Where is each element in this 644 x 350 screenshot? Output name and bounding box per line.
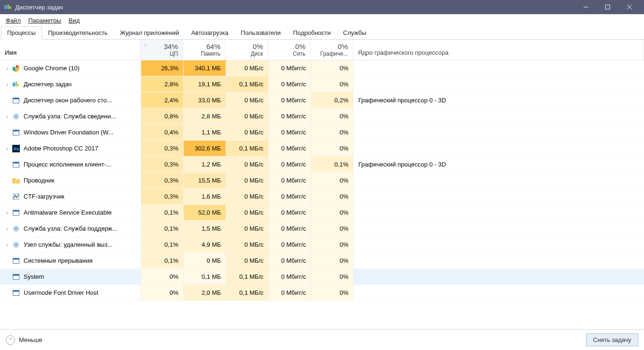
process-name: System (24, 273, 44, 280)
process-name: Antimalware Service Executable (24, 209, 111, 216)
cell-disk: 0 МБ/с (226, 173, 268, 188)
table-row[interactable]: ›Служба узла: Служба поддерж...0,1%1,5 М… (0, 221, 644, 237)
table-body[interactable]: ›Google Chrome (10)26,3%340,1 МБ0 МБ/с0 … (0, 60, 644, 324)
minimize-button[interactable] (575, 0, 597, 14)
fewer-details-label: Меньше (19, 336, 42, 343)
cell-mem: 1,5 МБ (183, 221, 226, 236)
taskmgr-icon (12, 81, 20, 88)
mem-total-pct: 64% (206, 42, 220, 50)
table-row[interactable]: CTF-загрузчик0,3%1,6 МБ0 МБ/с0 Мбит/с0% (0, 189, 644, 205)
svg-point-30 (15, 244, 17, 246)
cell-mem: 4,9 МБ (183, 237, 226, 252)
cell-disk: 0 МБ/с (226, 205, 268, 220)
expand-icon[interactable]: › (4, 210, 10, 216)
cell-net: 0 Мбит/с (268, 108, 311, 124)
table-row[interactable]: System0%0,1 МБ0,1 МБ/с0 Мбит/с0% (0, 269, 644, 285)
cell-mem: 2,0 МБ (183, 285, 226, 300)
cell-cpu: 2,4% (141, 92, 183, 108)
cell-gpu-engine (353, 108, 644, 124)
cell-cpu: 0,3% (141, 173, 183, 188)
table-row[interactable]: ›Диспетчер задач2,8%19,1 МБ0,1 МБ/с0 Мби… (0, 76, 644, 92)
column-memory[interactable]: 64% Память (183, 40, 226, 60)
table-row[interactable]: ›Узел службы: удаленный выз...0,1%4,9 МБ… (0, 237, 644, 253)
tab-details[interactable]: Подробности (287, 26, 337, 40)
cell-gpu: 0% (311, 125, 353, 140)
tab-startup[interactable]: Автозагрузка (185, 26, 235, 40)
cell-cpu: 0,3% (141, 141, 183, 156)
svg-rect-12 (16, 82, 17, 86)
expand-icon[interactable]: › (4, 66, 10, 71)
close-button[interactable] (619, 0, 640, 14)
cell-name: CTF-загрузчик (0, 189, 141, 204)
table-row[interactable]: Диспетчер окон рабочего сто...2,4%33,0 М… (0, 92, 644, 108)
tab-performance[interactable]: Производительность (42, 26, 114, 40)
table-row[interactable]: Процесс исполнения клиент-...0,3%1,2 МБ0… (0, 157, 644, 173)
menu-options[interactable]: Параметры (25, 16, 65, 25)
cell-disk: 0 МБ/с (226, 92, 268, 108)
expand-icon[interactable]: › (4, 242, 10, 248)
column-name[interactable]: Имя (0, 40, 141, 60)
cell-disk: 0 МБ/с (226, 221, 268, 236)
cell-mem: 1,6 МБ (183, 189, 226, 204)
cell-disk: 0,1 МБ/с (226, 76, 268, 92)
cell-name: Процесс исполнения клиент-... (0, 157, 141, 172)
titlebar[interactable]: Диспетчер задач (0, 0, 644, 14)
process-name: Служба узла: Служба поддерж... (24, 225, 117, 232)
expand-icon[interactable]: › (4, 146, 10, 151)
svg-text:Ps: Ps (14, 147, 19, 151)
cell-disk: 0 МБ/с (226, 157, 268, 172)
cell-mem: 2,8 МБ (183, 108, 226, 124)
tab-processes[interactable]: Процессы (1, 26, 42, 40)
cell-mem: 0 МБ (183, 253, 226, 268)
cpu-total-pct: 34% (164, 42, 178, 50)
cell-cpu: 0,4% (141, 125, 183, 140)
cell-net: 0 Мбит/с (268, 157, 311, 172)
cell-gpu: 0% (311, 269, 353, 284)
cell-mem: 0,1 МБ (183, 269, 226, 284)
table-row[interactable]: Usermode Font Driver Host0%2,0 МБ0,1 МБ/… (0, 285, 644, 301)
expand-icon[interactable]: › (4, 114, 10, 119)
cell-mem: 340,1 МБ (183, 60, 226, 76)
cell-gpu: 0% (311, 285, 353, 300)
column-network[interactable]: 0% Сеть (268, 40, 311, 60)
window-icon (12, 209, 20, 217)
cell-name: ›Antimalware Service Executable (0, 205, 141, 220)
column-gpu[interactable]: 0% Графиче... (311, 40, 353, 60)
expand-icon[interactable]: › (4, 226, 10, 232)
table-row[interactable]: ›Служба узла: Служба сведени...0,8%2,8 М… (0, 108, 644, 125)
column-disk[interactable]: 0% Диск (226, 40, 268, 60)
column-gpu-engine[interactable]: Ядро графического процессора (353, 40, 644, 60)
menubar: Файл Параметры Вид (0, 14, 644, 26)
table-row[interactable]: ›PsAdobe Photoshop CC 20170,3%302,6 МБ0,… (0, 141, 644, 157)
tab-apphistory[interactable]: Журнал приложений (114, 26, 185, 40)
chrome-icon (12, 65, 20, 72)
cell-cpu: 0,1% (141, 221, 183, 236)
disk-label: Диск (251, 50, 263, 57)
menu-view[interactable]: Вид (65, 16, 84, 25)
window-icon (12, 97, 20, 104)
table-row[interactable]: ›Antimalware Service Executable0,1%52,0 … (0, 205, 644, 221)
table-row[interactable]: Windows Driver Foundation (W...0,4%1,1 М… (0, 125, 644, 141)
cell-gpu: 0% (311, 253, 353, 268)
cell-gpu-engine (353, 141, 644, 156)
cell-gpu-engine (353, 60, 644, 76)
maximize-button[interactable] (597, 0, 619, 14)
table-row[interactable]: Системные прерывания0,1%0 МБ0 МБ/с0 Мбит… (0, 253, 644, 269)
fewer-details-button[interactable]: ⌃ Меньше (6, 335, 42, 345)
mem-label: Память (201, 50, 220, 57)
svg-rect-34 (13, 274, 19, 275)
table-row[interactable]: ›Google Chrome (10)26,3%340,1 МБ0 МБ/с0 … (0, 60, 644, 76)
cell-gpu: 0% (311, 237, 353, 252)
tab-services[interactable]: Службы (337, 26, 373, 40)
cell-name: ›Диспетчер задач (0, 76, 141, 92)
end-task-button[interactable]: Снять задачу (586, 333, 638, 346)
table-header: Имя ⌄ 34% ЦП 64% Память 0% Диск 0% Сеть … (0, 40, 644, 60)
expand-icon[interactable]: › (4, 82, 10, 87)
menu-file[interactable]: Файл (2, 16, 25, 25)
cell-gpu: 0% (311, 189, 353, 204)
tab-users[interactable]: Пользователи (235, 26, 287, 40)
svg-rect-13 (17, 83, 19, 86)
column-cpu[interactable]: ⌄ 34% ЦП (141, 40, 183, 60)
table-row[interactable]: Проводник0,3%15,5 МБ0 МБ/с0 Мбит/с0% (0, 173, 644, 189)
svg-rect-19 (13, 130, 19, 131)
